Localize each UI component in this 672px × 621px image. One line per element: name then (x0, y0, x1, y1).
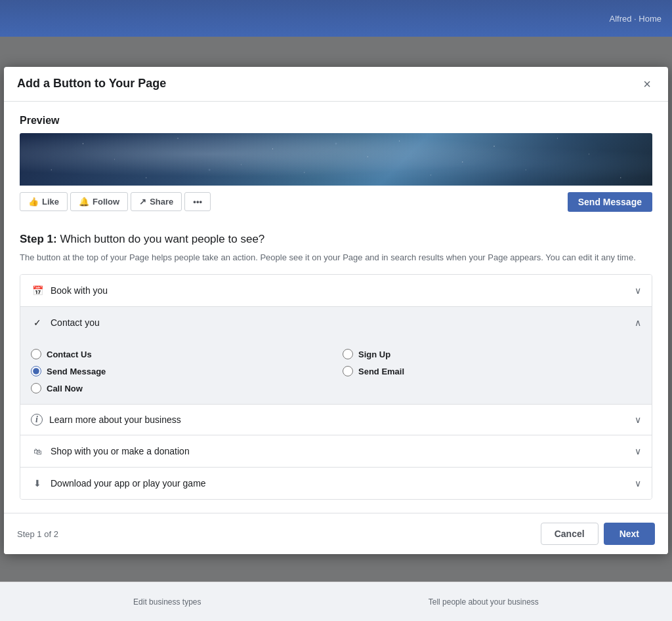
accordion-item-shop: 🛍 Shop with you or make a donation ∨ (20, 435, 652, 468)
radio-label-call-now: Call Now (47, 384, 83, 393)
shopping-icon: 🛍 (31, 445, 44, 458)
share-label: Share (150, 197, 173, 207)
share-button[interactable]: ↗ Share (131, 192, 182, 211)
accordion-item-download: ⬇ Download your app or play your game ∨ (20, 468, 652, 499)
send-message-preview-button[interactable]: Send Message (568, 192, 652, 212)
calendar-icon: 📅 (31, 284, 44, 297)
info-icon: i (31, 414, 43, 426)
preview-label: Preview (20, 115, 652, 127)
radio-label-contact-us: Contact Us (47, 350, 92, 359)
accordion-header-shop[interactable]: 🛍 Shop with you or make a donation ∨ (20, 435, 652, 467)
preview-actions: 👍 Like 🔔 Follow ↗ Share ••• Send Message (20, 186, 652, 218)
accordion-item-contact: ✓ Contact you ∧ Contact Us (20, 307, 652, 405)
radio-input-send-message[interactable] (31, 366, 41, 376)
more-icon: ••• (193, 197, 202, 207)
radio-input-sign-up[interactable] (343, 349, 353, 359)
preview-banner (20, 133, 652, 186)
like-button[interactable]: 👍 Like (20, 192, 68, 211)
accordion-header-learn[interactable]: i Learn more about your business ∨ (20, 405, 652, 435)
step-info: Step 1 of 2 (17, 529, 58, 539)
topbar-user-text: Alfred · Home (610, 14, 662, 24)
accordion-header-left-learn: i Learn more about your business (31, 414, 181, 426)
accordion-label-learn: Learn more about your business (49, 414, 181, 425)
chevron-up-icon-contact: ∧ (635, 317, 641, 328)
radio-label-sign-up: Sign Up (358, 350, 390, 359)
accordion-label-download: Download your app or play your game (51, 478, 206, 489)
modal-dialog: Add a Button to Your Page × Preview 👍 Li… (4, 67, 668, 555)
accordion-item-learn: i Learn more about your business ∨ (20, 405, 652, 435)
bg-bottom-right: Tell people about your business (429, 597, 539, 607)
accordion-header-left-book: 📅 Book with you (31, 284, 108, 297)
bg-bottom-bar: Edit business types Tell people about yo… (0, 582, 672, 621)
accordion-label-shop: Shop with you or make a donation (51, 446, 190, 456)
chevron-down-icon-book: ∨ (635, 285, 641, 296)
accordion-header-book[interactable]: 📅 Book with you ∨ (20, 275, 652, 306)
chevron-down-icon-learn: ∨ (635, 414, 641, 425)
contact-radio-grid: Contact Us Sign Up Send Message (31, 349, 641, 393)
accordion: 📅 Book with you ∨ ✓ Contact you ∧ (20, 274, 652, 500)
modal-overlay: Alfred · Home Edit business types Tell p… (0, 0, 672, 621)
step-heading: Step 1: Which button do you want people … (20, 233, 652, 246)
radio-input-send-email[interactable] (343, 366, 353, 376)
chevron-down-icon-download: ∨ (635, 478, 641, 489)
share-icon: ↗ (139, 197, 146, 207)
accordion-header-contact[interactable]: ✓ Contact you ∧ (20, 307, 652, 338)
radio-call-now[interactable]: Call Now (31, 383, 329, 393)
modal-title: Add a Button to Your Page (17, 77, 166, 90)
follow-label: Follow (93, 197, 119, 207)
modal-body: Preview 👍 Like 🔔 Follow ↗ Share ••• (4, 102, 668, 513)
bg-bottom-left: Edit business types (133, 597, 201, 607)
close-button[interactable]: × (639, 76, 655, 92)
radio-sign-up[interactable]: Sign Up (343, 349, 641, 359)
radio-contact-us[interactable]: Contact Us (31, 349, 329, 359)
modal-footer: Step 1 of 2 Cancel Next (4, 513, 668, 554)
step-heading-bold: Step 1: (20, 233, 57, 245)
check-icon: ✓ (31, 316, 44, 329)
follow-icon: 🔔 (79, 197, 89, 207)
radio-send-email[interactable]: Send Email (343, 366, 641, 376)
accordion-header-left-download: ⬇ Download your app or play your game (31, 477, 206, 490)
accordion-header-left-contact: ✓ Contact you (31, 316, 100, 329)
like-label: Like (42, 197, 59, 207)
chevron-down-icon-shop: ∨ (635, 446, 641, 456)
accordion-label-contact: Contact you (51, 317, 100, 328)
accordion-header-download[interactable]: ⬇ Download your app or play your game ∨ (20, 468, 652, 499)
follow-button[interactable]: 🔔 Follow (70, 192, 128, 211)
modal-header: Add a Button to Your Page × (4, 67, 668, 102)
like-icon: 👍 (28, 197, 39, 207)
accordion-header-left-shop: 🛍 Shop with you or make a donation (31, 445, 190, 458)
step-description: The button at the top of your Page helps… (20, 251, 652, 264)
accordion-item-book: 📅 Book with you ∨ (20, 275, 652, 307)
accordion-content-contact: Contact Us Sign Up Send Message (20, 338, 652, 404)
radio-input-call-now[interactable] (31, 383, 41, 393)
radio-label-send-email: Send Email (358, 367, 404, 376)
topbar: Alfred · Home (0, 0, 672, 37)
more-button[interactable]: ••• (184, 192, 211, 211)
cancel-button[interactable]: Cancel (541, 523, 598, 545)
next-button[interactable]: Next (604, 523, 655, 545)
radio-input-contact-us[interactable] (31, 349, 41, 359)
radio-label-send-message: Send Message (47, 367, 106, 376)
accordion-label-book: Book with you (51, 285, 108, 296)
step-heading-rest: Which button do you want people to see? (57, 233, 265, 245)
footer-buttons: Cancel Next (541, 523, 655, 545)
download-icon: ⬇ (31, 477, 44, 490)
radio-send-message[interactable]: Send Message (31, 366, 329, 376)
